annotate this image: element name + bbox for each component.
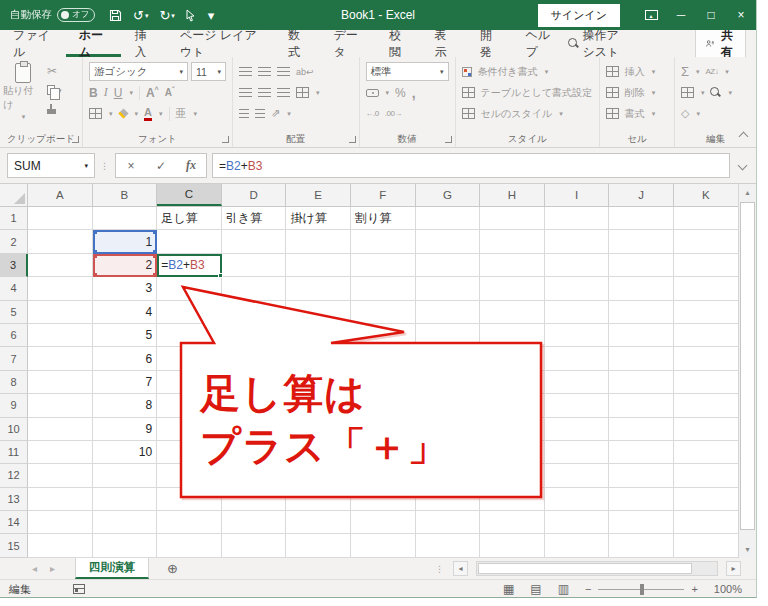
zoom-out-icon[interactable]: − [585,583,591,595]
touch-mode-icon[interactable] [186,9,197,22]
cell-K2[interactable] [674,230,739,253]
insert-function-button[interactable]: fx [176,158,206,173]
cell-D4[interactable] [222,277,287,300]
column-header-A[interactable]: A [28,184,93,206]
cell-H11[interactable] [480,441,545,464]
signin-button[interactable]: サインイン [538,4,620,27]
clear-button[interactable]: ◇ [681,107,689,120]
cell-J11[interactable] [609,441,674,464]
cell-C1[interactable]: 足し算 [157,207,222,230]
row-header-6[interactable]: 6 [0,324,28,347]
cell-J9[interactable] [609,394,674,417]
cell-F1[interactable]: 割り算 [351,207,416,230]
tab-view[interactable]: 表示 [422,30,467,57]
cell-F3[interactable] [351,254,416,277]
qat-customize-icon[interactable]: ▾ [208,9,215,22]
phonetic-button[interactable]: 亜 [176,106,187,121]
cell-I15[interactable] [545,534,610,557]
cell-G2[interactable] [416,230,481,253]
cell-H5[interactable] [480,301,545,324]
cell-H3[interactable] [480,254,545,277]
cell-B9[interactable]: 8 [93,394,158,417]
number-dialog-launcher[interactable] [445,136,452,143]
autosum-button[interactable]: Σ [681,64,689,79]
cell-A3[interactable] [28,254,93,277]
cell-A1[interactable] [28,207,93,230]
cell-A15[interactable] [28,534,93,557]
cell-F6[interactable] [351,324,416,347]
currency-icon[interactable] [366,89,379,97]
cell-K13[interactable] [674,488,739,511]
cell-D11[interactable] [222,441,287,464]
copy-button[interactable]: ▾ [47,82,62,98]
column-header-E[interactable]: E [286,184,351,206]
row-header-13[interactable]: 13 [0,488,28,511]
column-header-I[interactable]: I [545,184,610,206]
decrease-indent-icon[interactable] [239,109,249,118]
cell-H4[interactable] [480,277,545,300]
zoom-level[interactable]: 100% [714,583,742,595]
cell-D12[interactable] [222,464,287,487]
cell-I5[interactable] [545,301,610,324]
autosave-toggle[interactable]: オフ [57,8,95,22]
cell-A12[interactable] [28,464,93,487]
font-name-select[interactable]: 游ゴシック▾ [89,62,188,81]
column-header-D[interactable]: D [222,184,287,206]
cell-E9[interactable] [286,394,351,417]
cell-C14[interactable] [157,511,222,534]
cell-G12[interactable] [416,464,481,487]
cell-K15[interactable] [674,534,739,557]
hscroll-left-icon[interactable]: ◂ [453,561,468,576]
borders-icon[interactable] [89,108,102,119]
column-header-H[interactable]: H [480,184,545,206]
prev-sheet-icon[interactable]: ◂ [32,563,37,574]
row-header-8[interactable]: 8 [0,371,28,394]
cell-C5[interactable] [157,301,222,324]
enter-button[interactable]: ✓ [146,159,176,173]
scroll-up-icon[interactable]: ▴ [739,184,756,201]
format-as-table-button[interactable]: テーブルとして書式設定 [459,82,596,103]
cell-D15[interactable] [222,534,287,557]
cell-H10[interactable] [480,418,545,441]
row-header-11[interactable]: 11 [0,441,28,464]
cell-E13[interactable] [286,488,351,511]
minimize-button[interactable]: ─ [666,0,696,30]
cell-K11[interactable] [674,441,739,464]
cell-F8[interactable] [351,371,416,394]
cell-J8[interactable] [609,371,674,394]
increase-decimal-icon[interactable]: ←.0 [366,109,379,118]
cell-H12[interactable] [480,464,545,487]
tab-review[interactable]: 校閲 [376,30,421,57]
align-middle-icon[interactable] [258,67,271,76]
cell-F14[interactable] [351,511,416,534]
ribbon-display-options-button[interactable]: ▴ [636,0,666,30]
tab-scroll-splitter[interactable]: ⋮ [435,564,445,574]
save-icon[interactable] [109,9,122,22]
tab-file[interactable]: ファイル [0,30,66,57]
cell-C13[interactable] [157,488,222,511]
grow-font-button[interactable]: A^ [146,86,159,100]
cell-F5[interactable] [351,301,416,324]
autosave-control[interactable]: 自動保存 オフ [10,8,95,22]
row-header-15[interactable]: 15 [0,534,28,557]
cell-A8[interactable] [28,371,93,394]
page-break-view-icon[interactable]: ▥ [558,582,569,596]
cell-C12[interactable] [157,464,222,487]
tab-page-layout[interactable]: ページ レイアウト [167,30,275,57]
clipboard-dialog-launcher[interactable] [72,136,79,143]
row-header-10[interactable]: 10 [0,418,28,441]
row-header-3[interactable]: 3 [0,254,28,277]
cell-D14[interactable] [222,511,287,534]
merge-center-icon[interactable] [296,87,309,98]
cell-K3[interactable] [674,254,739,277]
shrink-font-button[interactable]: Aˇ [165,86,175,98]
normal-view-icon[interactable]: ▦ [503,582,514,596]
cell-I2[interactable] [545,230,610,253]
add-sheet-icon[interactable]: ⊕ [167,558,178,579]
cell-E4[interactable] [286,277,351,300]
tab-home[interactable]: ホーム [66,30,122,57]
cell-H9[interactable] [480,394,545,417]
tab-formulas[interactable]: 数式 [275,30,320,57]
row-header-9[interactable]: 9 [0,394,28,417]
cell-G7[interactable] [416,347,481,370]
